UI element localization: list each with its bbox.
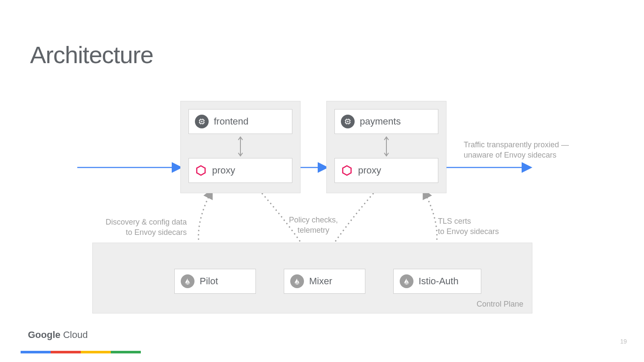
pod-frontend: frontend proxy — [180, 101, 301, 193]
bar-green — [111, 351, 141, 353]
service-label: payments — [360, 116, 401, 127]
hexagon-icon — [341, 164, 353, 176]
double-arrow-icon — [237, 136, 243, 157]
auth-label: Istio-Auth — [419, 276, 459, 287]
color-bar — [21, 351, 141, 353]
hexagon-icon — [195, 164, 207, 176]
architecture-diagram: frontend proxy payments — [77, 94, 567, 322]
page-number: 19 — [620, 338, 627, 345]
proxy-frontend-box: proxy — [188, 158, 292, 183]
annotation-discovery: Discovery & config data to Envoy sidecar… — [101, 217, 187, 238]
sail-icon — [290, 274, 304, 288]
bar-blue — [21, 351, 51, 353]
control-plane: Pilot Mixer Istio-Auth Control Plane — [92, 243, 532, 313]
annotation-policy: Policy checks, telemetry — [286, 215, 341, 236]
mixer-label: Mixer — [309, 276, 332, 287]
bar-yellow — [81, 351, 111, 353]
pod-payments: payments proxy — [326, 101, 447, 193]
pilot-box: Pilot — [174, 269, 256, 294]
pilot-label: Pilot — [200, 276, 218, 287]
annotation-traffic: Traffic transparently proxied — unaware … — [464, 140, 588, 161]
sail-icon — [400, 274, 413, 288]
control-plane-label: Control Plane — [477, 300, 523, 309]
annotation-tls: TLS certs to Envoy sidecars — [438, 216, 519, 237]
double-arrow-icon — [383, 136, 389, 157]
service-payments-box: payments — [334, 109, 438, 134]
istio-auth-box: Istio-Auth — [393, 269, 481, 294]
mixer-box: Mixer — [284, 269, 365, 294]
svg-rect-4 — [201, 121, 203, 122]
sail-icon — [181, 274, 194, 288]
service-label: frontend — [214, 116, 249, 127]
bar-red — [51, 351, 81, 353]
svg-rect-15 — [347, 121, 349, 122]
proxy-label: proxy — [358, 165, 381, 176]
proxy-label: proxy — [212, 165, 235, 176]
service-frontend-box: frontend — [188, 109, 292, 134]
chip-icon — [341, 115, 355, 128]
footer-logo: Google Cloud — [28, 329, 88, 341]
proxy-payments-box: proxy — [334, 158, 438, 183]
chip-icon — [195, 115, 209, 128]
google-text: Google — [28, 329, 61, 340]
cloud-text: Cloud — [61, 329, 88, 340]
slide-title: Architecture — [30, 41, 153, 69]
